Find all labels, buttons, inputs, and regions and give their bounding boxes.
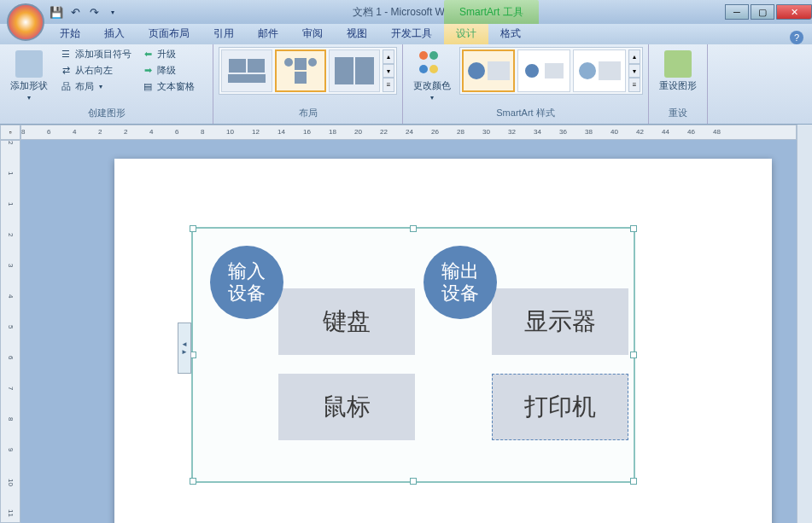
tab-page-layout[interactable]: 页面布局 (137, 23, 202, 44)
add-shape-icon (15, 50, 43, 78)
bullet-icon: ☰ (60, 49, 72, 61)
style-option-2[interactable] (517, 49, 570, 92)
colors-icon (418, 50, 446, 78)
group-create-graphic: 添加形状 ▾ ☰添加项目符号 ⇄从右向左 品布局▾ ⬅升级 ➡降级 ▤文本窗格 … (0, 44, 213, 124)
gallery-scroll: ▴ ▾ ≡ (628, 49, 640, 92)
vertical-scrollbar[interactable] (797, 125, 812, 523)
tab-view[interactable]: 视图 (335, 23, 379, 44)
reset-icon (664, 50, 692, 78)
text-pane-button[interactable]: ▤文本窗格 (138, 79, 198, 94)
change-colors-button[interactable]: 更改颜色 ▾ (408, 47, 456, 105)
ruler-corner: ▫ (0, 125, 20, 140)
qat-dropdown-icon[interactable]: ▾ (104, 3, 121, 20)
style-option-3[interactable] (573, 49, 626, 92)
group-label: 创建图形 (5, 105, 207, 121)
vertical-ruler[interactable]: 211234567891011 (0, 140, 20, 523)
tab-mailings[interactable]: 邮件 (246, 23, 290, 44)
reset-graphic-button[interactable]: 重设图形 (654, 47, 702, 96)
tab-review[interactable]: 审阅 (290, 23, 335, 44)
gallery-down-icon[interactable]: ▾ (628, 64, 640, 78)
layout-button[interactable]: 品布局▾ (56, 79, 135, 94)
tab-developer[interactable]: 开发工具 (379, 23, 444, 44)
layout-gallery: ▴ ▾ ≡ (219, 47, 397, 95)
group-label: SmartArt 样式 (408, 105, 643, 121)
text-pane-toggle[interactable]: ◄► (178, 323, 191, 374)
style-option-1[interactable] (462, 49, 515, 92)
add-bullet-button[interactable]: ☰添加项目符号 (56, 47, 135, 61)
tab-home[interactable]: 开始 (48, 23, 92, 44)
tab-references[interactable]: 引用 (202, 23, 246, 44)
office-button[interactable] (7, 3, 44, 41)
gallery-more-icon[interactable]: ≡ (628, 78, 640, 92)
redo-icon[interactable]: ↷ (85, 3, 102, 20)
group-layouts: ▴ ▾ ≡ 布局 (213, 44, 403, 124)
ribbon-tabs: 开始 插入 页面布局 引用 邮件 审阅 视图 开发工具 设计 格式 ? (0, 24, 812, 44)
chevron-down-icon: ▾ (430, 94, 434, 102)
document-area[interactable]: ◄► 输入 设备 键盘 鼠标 输出 设备 显示器 打印机 (20, 140, 797, 523)
layout-option-3[interactable] (329, 49, 380, 92)
list-item[interactable]: 显示器 (492, 288, 628, 355)
window-controls: ─ ▢ ✕ (723, 4, 812, 20)
promote-icon: ⬅ (142, 49, 154, 61)
group-title-circle[interactable]: 输出 设备 (424, 246, 497, 319)
promote-button[interactable]: ⬅升级 (138, 47, 198, 61)
demote-icon: ➡ (142, 65, 154, 77)
quick-access-toolbar: 💾 ↶ ↷ ▾ (48, 3, 121, 20)
undo-icon[interactable]: ↶ (67, 3, 84, 20)
list-item-selected[interactable]: 打印机 (492, 374, 628, 440)
chevron-down-icon: ▾ (27, 94, 31, 102)
layout-option-2[interactable] (275, 49, 326, 92)
gallery-down-icon[interactable]: ▾ (383, 64, 394, 78)
save-icon[interactable]: 💾 (48, 3, 65, 20)
titlebar: 💾 ↶ ↷ ▾ 文档 1 - Microsoft Word SmartArt 工… (0, 0, 812, 24)
ribbon: 添加形状 ▾ ☰添加项目符号 ⇄从右向左 品布局▾ ⬅升级 ➡降级 ▤文本窗格 … (0, 44, 812, 125)
demote-button[interactable]: ➡降级 (138, 63, 198, 78)
tab-format[interactable]: 格式 (488, 23, 533, 44)
list-item[interactable]: 键盘 (278, 288, 415, 355)
help-button[interactable]: ? (790, 31, 803, 44)
list-item[interactable]: 鼠标 (278, 374, 415, 440)
textpane-icon: ▤ (142, 81, 154, 93)
minimize-button[interactable]: ─ (725, 4, 749, 20)
group-reset: 重设图形 重设 (649, 44, 708, 124)
rtl-button[interactable]: ⇄从右向左 (56, 63, 135, 78)
group-styles: 更改颜色 ▾ ▴ ▾ ≡ SmartArt 样式 (403, 44, 649, 124)
smartart-container[interactable]: ◄► 输入 设备 键盘 鼠标 输出 设备 显示器 打印机 (191, 227, 635, 483)
maximize-button[interactable]: ▢ (751, 4, 774, 20)
add-shape-button[interactable]: 添加形状 ▾ (5, 47, 53, 105)
group-label: 重设 (654, 105, 702, 121)
gallery-scroll: ▴ ▾ ≡ (383, 49, 394, 92)
group-label: 布局 (219, 105, 397, 121)
close-button[interactable]: ✕ (776, 4, 812, 20)
tab-insert[interactable]: 插入 (92, 23, 137, 44)
horizontal-ruler[interactable]: 8642246810121416182022242628303234363840… (20, 125, 797, 140)
layout-icon: 品 (60, 81, 72, 93)
layout-option-1[interactable] (221, 49, 272, 92)
workspace: ▫ 86422468101214161820222426283032343638… (0, 125, 812, 523)
gallery-up-icon[interactable]: ▴ (383, 49, 394, 64)
rtl-icon: ⇄ (60, 65, 72, 77)
group-title-circle[interactable]: 输入 设备 (210, 246, 283, 319)
context-tab-label: SmartArt 工具 (444, 0, 539, 24)
tab-design[interactable]: 设计 (444, 23, 488, 44)
gallery-more-icon[interactable]: ≡ (383, 78, 394, 92)
style-gallery: ▴ ▾ ≡ (459, 47, 643, 95)
page: ◄► 输入 设备 键盘 鼠标 输出 设备 显示器 打印机 (114, 159, 772, 523)
gallery-up-icon[interactable]: ▴ (628, 49, 640, 64)
